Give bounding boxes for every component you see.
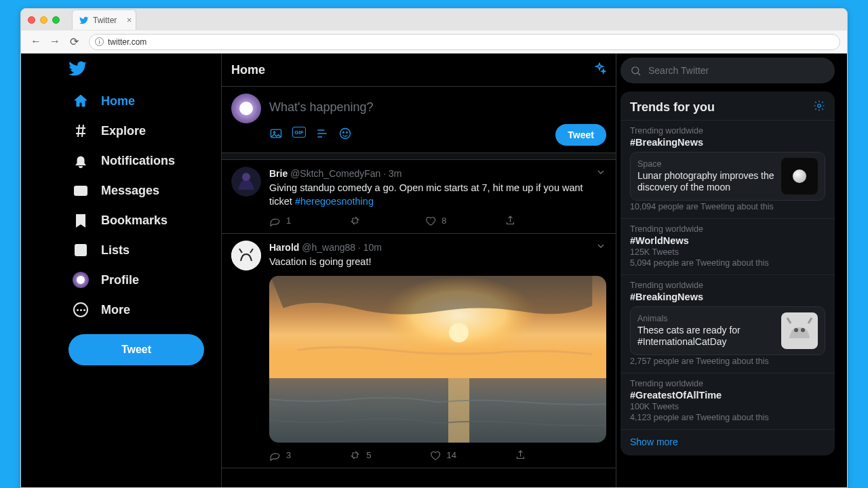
browser-tab[interactable]: Twitter ×: [72, 9, 136, 30]
image-icon[interactable]: [269, 127, 283, 143]
tweet-author-handle: @h_wang88 · 10m: [302, 242, 382, 253]
compose-area: What's happening? GIF Tweet: [222, 87, 616, 153]
svg-rect-11: [269, 378, 606, 443]
tweet[interactable]: Brie @Sktch_ComedyFan · 3m Giving standu…: [222, 160, 616, 234]
sidebar-label: Lists: [101, 243, 130, 258]
bookmark-icon: [73, 212, 89, 228]
main-header: Home: [222, 54, 616, 87]
trend-item[interactable]: Trending worldwide #WorldNews 125K Tweet…: [620, 218, 835, 274]
svg-point-6: [347, 132, 348, 134]
tweet-text: Giving standup comedy a go. Open mic sta…: [269, 182, 606, 208]
sidebar-label: Explore: [101, 124, 146, 138]
tweet-author-handle: @Sktch_ComedyFan · 3m: [290, 168, 401, 179]
tweet-text: Vacation is going great!: [269, 256, 606, 269]
url-bar[interactable]: i twitter.com: [89, 34, 840, 50]
site-info-icon[interactable]: i: [95, 37, 104, 46]
emoji-icon[interactable]: [338, 127, 352, 143]
retweet-button[interactable]: 5: [349, 449, 371, 461]
svg-point-5: [343, 132, 344, 134]
window-close-icon[interactable]: [28, 16, 35, 24]
poll-icon[interactable]: [315, 127, 329, 143]
trend-item[interactable]: Trending worldwide #BreakingNews Animals…: [620, 274, 835, 373]
feed-separator: [222, 153, 616, 160]
bell-icon: [73, 152, 89, 169]
compose-avatar[interactable]: [231, 94, 261, 123]
sidebar-label: Messages: [101, 184, 159, 198]
hashtag-link[interactable]: #heregoesnothing: [295, 196, 374, 207]
tweet-actions: 1 8: [269, 215, 606, 226]
tweet-avatar[interactable]: [231, 241, 261, 270]
avatar-icon: [73, 272, 89, 288]
share-button[interactable]: [515, 449, 526, 461]
sidebar-item-bookmarks[interactable]: Bookmarks: [68, 205, 221, 235]
compose-input[interactable]: What's happening?: [269, 94, 606, 124]
reload-button[interactable]: ⟳: [66, 35, 82, 48]
svg-point-19: [801, 328, 805, 332]
tweet-caret-icon[interactable]: [595, 167, 606, 180]
svg-point-3: [273, 131, 275, 134]
tab-close-icon[interactable]: ×: [127, 15, 132, 25]
window-zoom-icon[interactable]: [52, 16, 60, 24]
window-minimize-icon[interactable]: [40, 16, 47, 24]
tweet[interactable]: Harold @h_wang88 · 10m Vacation is going…: [222, 234, 616, 468]
trend-thumbnail: [781, 158, 818, 195]
search-input[interactable]: Search Twitter: [620, 58, 835, 83]
sidebar-item-lists[interactable]: Lists: [68, 235, 221, 265]
share-button[interactable]: [505, 215, 516, 226]
envelope-icon: [73, 182, 89, 199]
url-text: twitter.com: [108, 37, 146, 47]
search-placeholder: Search Twitter: [648, 65, 709, 76]
trends-settings-button[interactable]: [813, 100, 825, 115]
trend-item[interactable]: Trending worldwide #GreatestOfAllTime 10…: [620, 373, 835, 429]
reply-button[interactable]: 1: [269, 215, 291, 226]
like-button[interactable]: 8: [425, 215, 446, 226]
page-title: Home: [231, 63, 265, 77]
home-icon: [73, 93, 89, 109]
retweet-button[interactable]: [349, 215, 366, 226]
sidebar-label: Profile: [101, 273, 139, 287]
trend-card[interactable]: Space Lunar photography improves the dis…: [630, 152, 825, 201]
sidebar-label: Bookmarks: [101, 214, 167, 228]
browser-toolbar: ← → ⟳ i twitter.com: [21, 30, 847, 54]
tweet-actions: 3 5 14: [269, 449, 606, 461]
tweet-author-name: Brie: [269, 168, 288, 179]
compose-tweet-button[interactable]: Tweet: [555, 124, 606, 146]
show-more-link[interactable]: Show more: [620, 429, 835, 450]
sidebar-tweet-button[interactable]: Tweet: [68, 334, 204, 365]
like-button[interactable]: 14: [429, 449, 456, 461]
svg-point-13: [449, 323, 469, 342]
sidebar-label: Home: [101, 94, 135, 108]
gif-icon[interactable]: GIF: [292, 127, 306, 143]
trends-box: Trends for you Trending worldwide #Break…: [620, 92, 835, 455]
svg-point-18: [794, 328, 798, 332]
tweet-image[interactable]: [269, 276, 606, 443]
trend-item[interactable]: Trending worldwide #BreakingNews Space L…: [620, 120, 835, 218]
more-icon: [73, 302, 89, 318]
svg-point-15: [632, 66, 639, 73]
sidebar-item-notifications[interactable]: Notifications: [68, 146, 221, 176]
back-button[interactable]: ←: [28, 35, 44, 48]
trend-card[interactable]: Animals These cats are ready for #Intern…: [630, 306, 825, 355]
app-content: Home Explore Notifications Messages Book…: [21, 54, 847, 487]
tweet-avatar[interactable]: [231, 167, 261, 197]
sidebar-item-messages[interactable]: Messages: [68, 176, 221, 205]
sidebar-item-more[interactable]: More: [68, 295, 221, 325]
hashtag-icon: [73, 123, 89, 139]
browser-tabstrip: Twitter ×: [21, 9, 847, 30]
twitter-logo[interactable]: [68, 59, 221, 81]
top-tweets-button[interactable]: [593, 62, 606, 78]
compose-toolbar: GIF: [269, 127, 352, 143]
svg-point-8: [242, 173, 250, 181]
trends-title: Trends for you: [630, 100, 715, 115]
sidebar: Home Explore Notifications Messages Book…: [21, 54, 221, 487]
svg-rect-14: [448, 378, 469, 443]
sidebar-item-home[interactable]: Home: [68, 86, 221, 116]
sidebar-item-profile[interactable]: Profile: [68, 265, 221, 295]
tweet-caret-icon[interactable]: [595, 241, 606, 254]
reply-button[interactable]: 3: [269, 449, 291, 461]
forward-button[interactable]: →: [47, 35, 63, 48]
sidebar-item-explore[interactable]: Explore: [68, 116, 221, 146]
search-icon: [630, 65, 642, 77]
list-icon: [73, 242, 89, 258]
twitter-bird-icon: [68, 59, 87, 78]
